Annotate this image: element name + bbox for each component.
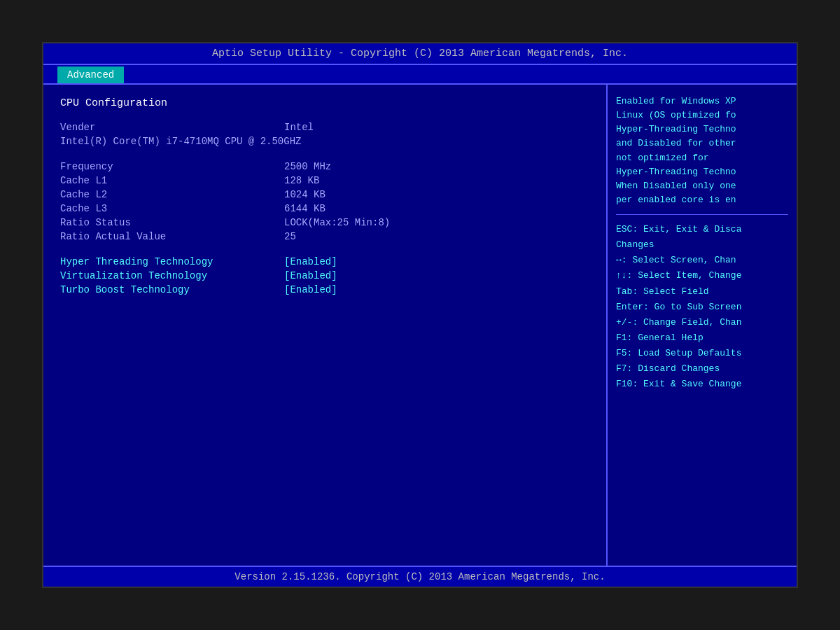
spec-label-ratio-actual: Ratio Actual Value <box>60 231 284 242</box>
spec-value-frequency: 2500 MHz <box>284 161 331 172</box>
vender-label: Vender <box>60 122 284 133</box>
spec-value-ratio-status: LOCK(Max:25 Min:8) <box>284 217 390 228</box>
spec-label-cache-l1: Cache L1 <box>60 175 284 186</box>
vender-row: Vender Intel <box>60 122 589 133</box>
option-row-hyper[interactable]: Hyper Threading Technology [Enabled] <box>60 256 589 267</box>
option-label-turbo: Turbo Boost Technology <box>60 284 284 295</box>
cpu-model-row: Intel(R) Core(TM) i7-4710MQ CPU @ 2.50GH… <box>60 136 589 147</box>
footer-text: Version 2.15.1236. Copyright (C) 2013 Am… <box>234 571 605 582</box>
vender-value: Intel <box>284 122 314 133</box>
tab-bar: Advanced <box>43 65 797 85</box>
spec-row-cache-l1: Cache L1 128 KB <box>60 175 589 186</box>
option-value-turbo: [Enabled] <box>284 284 337 295</box>
spec-label-ratio-status: Ratio Status <box>60 217 284 228</box>
spec-value-ratio-actual: 25 <box>284 231 296 242</box>
bios-screen: Aptio Setup Utility - Copyright (C) 2013… <box>42 42 798 588</box>
section-title: CPU Configuration <box>60 97 589 109</box>
tab-advanced[interactable]: Advanced <box>57 66 124 83</box>
option-row-virt[interactable]: Virtualization Technology [Enabled] <box>60 270 589 281</box>
option-value-virt: [Enabled] <box>284 270 337 281</box>
options-list: Hyper Threading Technology [Enabled] Vir… <box>60 256 589 295</box>
option-label-hyper: Hyper Threading Technology <box>60 256 284 267</box>
content-area: CPU Configuration Vender Intel Intel(R) … <box>43 85 797 566</box>
spec-row-cache-l2: Cache L2 1024 KB <box>60 189 589 200</box>
spec-value-cache-l1: 128 KB <box>284 175 319 186</box>
spec-label-frequency: Frequency <box>60 161 284 172</box>
spec-row-frequency: Frequency 2500 MHz <box>60 161 589 172</box>
main-panel: CPU Configuration Vender Intel Intel(R) … <box>43 85 608 566</box>
spec-value-cache-l2: 1024 KB <box>284 189 326 200</box>
help-text: Enabled for Windows XPLinux (OS optimize… <box>616 94 788 207</box>
spec-row-cache-l3: Cache L3 6144 KB <box>60 203 589 214</box>
spec-value-cache-l3: 6144 KB <box>284 203 326 214</box>
option-label-virt: Virtualization Technology <box>60 270 284 281</box>
keys-text: ESC: Exit, Exit & Disca Changes ↔: Selec… <box>616 222 788 392</box>
spec-row-ratio-status: Ratio Status LOCK(Max:25 Min:8) <box>60 217 589 228</box>
spec-label-cache-l2: Cache L2 <box>60 189 284 200</box>
option-value-hyper: [Enabled] <box>284 256 337 267</box>
option-row-turbo[interactable]: Turbo Boost Technology [Enabled] <box>60 284 589 295</box>
header-bar: Aptio Setup Utility - Copyright (C) 2013… <box>43 43 797 65</box>
header-title: Aptio Setup Utility - Copyright (C) 2013… <box>212 48 628 59</box>
spec-label-cache-l3: Cache L3 <box>60 203 284 214</box>
specs-list: Frequency 2500 MHz Cache L1 128 KB Cache… <box>60 161 589 242</box>
side-panel: Enabled for Windows XPLinux (OS optimize… <box>608 85 797 566</box>
spec-row-ratio-actual: Ratio Actual Value 25 <box>60 231 589 242</box>
footer-bar: Version 2.15.1236. Copyright (C) 2013 Am… <box>43 566 797 587</box>
